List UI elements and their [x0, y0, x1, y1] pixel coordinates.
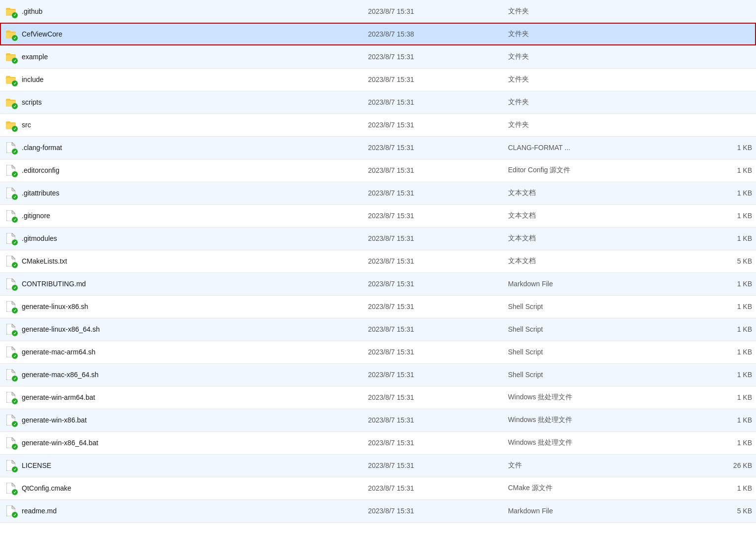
table-row[interactable]: ✓ CefViewCore 2023/8/7 15:38 文件夹: [0, 23, 756, 45]
file-size-cell: [686, 114, 756, 136]
file-type-cell: 文本文档: [504, 182, 686, 204]
file-type-cell: Shell Script: [504, 295, 686, 318]
file-icon: ✓: [4, 163, 18, 177]
file-icon: ✓: [4, 459, 18, 472]
file-type-cell: Windows 批处理文件: [504, 386, 686, 409]
file-size-cell: 1 KB: [686, 386, 756, 409]
table-row[interactable]: ✓ CMakeLists.txt 2023/8/7 15:31 文本文档 5 K…: [0, 250, 756, 272]
file-type-cell: 文件夹: [504, 23, 686, 45]
badge-green: ✓: [12, 285, 18, 291]
file-size-cell: 1 KB: [686, 295, 756, 318]
table-row[interactable]: ✓ .editorconfig 2023/8/7 15:31 Editor Co…: [0, 159, 756, 182]
file-date-cell: 2023/8/7 15:31: [364, 272, 504, 295]
file-icon: ✓: [4, 141, 18, 154]
file-name-text: generate-win-x86_64.bat: [22, 439, 98, 447]
table-row[interactable]: ✓ .gitmodules 2023/8/7 15:31 文本文档 1 KB: [0, 227, 756, 250]
file-size-cell: 1 KB: [686, 431, 756, 454]
file-name-cell: ✓ src: [0, 114, 364, 136]
file-type-cell: 文件夹: [504, 45, 686, 68]
table-row[interactable]: ✓ generate-win-x86_64.bat 2023/8/7 15:31…: [0, 431, 756, 454]
table-row[interactable]: ✓ include 2023/8/7 15:31 文件夹: [0, 68, 756, 91]
file-name-cell: ✓ generate-linux-x86_64.sh: [0, 318, 364, 341]
file-name-cell: ✓ generate-win-arm64.bat: [0, 386, 364, 409]
table-row[interactable]: ✓ scripts 2023/8/7 15:31 文件夹: [0, 91, 756, 114]
table-row[interactable]: ✓ generate-win-arm64.bat 2023/8/7 15:31 …: [0, 386, 756, 409]
table-row[interactable]: ✓ generate-linux-x86.sh 2023/8/7 15:31 S…: [0, 295, 756, 318]
table-row[interactable]: ✓ generate-linux-x86_64.sh 2023/8/7 15:3…: [0, 318, 756, 341]
file-icon: ✓: [4, 345, 18, 359]
file-size-cell: [686, 91, 756, 114]
file-size-cell: 1 KB: [686, 272, 756, 295]
table-row[interactable]: ✓ .github 2023/8/7 15:31 文件夹: [0, 0, 756, 23]
file-size-cell: 1 KB: [686, 409, 756, 431]
badge-green: ✓: [12, 308, 18, 313]
table-row[interactable]: ✓ .gitattributes 2023/8/7 15:31 文本文档 1 K…: [0, 182, 756, 204]
file-name-cell: ✓ .gitattributes: [0, 182, 364, 204]
file-name-cell: ✓ .gitmodules: [0, 227, 364, 250]
file-type-cell: 文件夹: [504, 114, 686, 136]
table-row[interactable]: ✓ LICENSE 2023/8/7 15:31 文件 26 KB: [0, 454, 756, 477]
file-name-text: .gitmodules: [22, 234, 57, 242]
folder-icon: ✓: [4, 4, 18, 18]
table-row[interactable]: ✓ QtConfig.cmake 2023/8/7 15:31 CMake 源文…: [0, 477, 756, 500]
file-size-cell: 1 KB: [686, 227, 756, 250]
table-row[interactable]: ✓ readme.md 2023/8/7 15:31 Markdown File…: [0, 500, 756, 522]
badge-green: ✓: [12, 376, 18, 382]
file-date-cell: 2023/8/7 15:31: [364, 363, 504, 386]
file-name-cell: ✓ generate-mac-arm64.sh: [0, 341, 364, 363]
folder-icon: ✓: [4, 95, 18, 109]
file-icon: ✓: [4, 436, 18, 450]
file-date-cell: 2023/8/7 15:31: [364, 500, 504, 522]
file-name-text: .gitattributes: [22, 189, 59, 197]
file-name-cell: ✓ CONTRIBUTING.md: [0, 272, 364, 295]
file-size-cell: 1 KB: [686, 204, 756, 227]
file-size-cell: [686, 68, 756, 91]
badge-green: ✓: [12, 421, 18, 427]
table-row[interactable]: ✓ .gitignore 2023/8/7 15:31 文本文档 1 KB: [0, 204, 756, 227]
file-size-cell: 1 KB: [686, 477, 756, 500]
file-type-cell: 文本文档: [504, 227, 686, 250]
table-row[interactable]: ✓ .clang-format 2023/8/7 15:31 CLANG-FOR…: [0, 136, 756, 159]
table-row[interactable]: ✓ generate-win-x86.bat 2023/8/7 15:31 Wi…: [0, 409, 756, 431]
file-icon: ✓: [4, 322, 18, 336]
folder-icon: ✓: [4, 73, 18, 86]
table-row[interactable]: ✓ example 2023/8/7 15:31 文件夹: [0, 45, 756, 68]
file-name-text: generate-mac-arm64.sh: [22, 348, 95, 356]
file-type-cell: 文本文档: [504, 250, 686, 272]
file-name-text: src: [22, 121, 31, 129]
file-type-cell: 文本文档: [504, 204, 686, 227]
file-type-cell: Editor Config 源文件: [504, 159, 686, 182]
file-name-text: CONTRIBUTING.md: [22, 280, 86, 288]
file-name-cell: ✓ QtConfig.cmake: [0, 477, 364, 500]
file-type-cell: Markdown File: [504, 272, 686, 295]
table-row[interactable]: ✓ generate-mac-x86_64.sh 2023/8/7 15:31 …: [0, 363, 756, 386]
file-name-cell: ✓ generate-win-x86.bat: [0, 409, 364, 431]
file-name-text: generate-win-arm64.bat: [22, 393, 95, 401]
file-icon: ✓: [4, 390, 18, 404]
file-type-cell: Shell Script: [504, 318, 686, 341]
file-name-text: .github: [22, 7, 42, 15]
file-name-text: LICENSE: [22, 462, 51, 469]
badge-green: ✓: [12, 466, 18, 472]
badge-green: ✓: [12, 12, 18, 18]
badge-green: ✓: [12, 194, 18, 200]
table-row[interactable]: ✓ src 2023/8/7 15:31 文件夹: [0, 114, 756, 136]
file-name-cell: ✓ generate-mac-x86_64.sh: [0, 363, 364, 386]
file-size-cell: 1 KB: [686, 363, 756, 386]
table-row[interactable]: ✓ generate-mac-arm64.sh 2023/8/7 15:31 S…: [0, 341, 756, 363]
table-row[interactable]: ✓ CONTRIBUTING.md 2023/8/7 15:31 Markdow…: [0, 272, 756, 295]
file-date-cell: 2023/8/7 15:31: [364, 431, 504, 454]
file-date-cell: 2023/8/7 15:31: [364, 295, 504, 318]
badge-green: ✓: [12, 489, 18, 495]
file-size-cell: 1 KB: [686, 182, 756, 204]
file-size-cell: 1 KB: [686, 159, 756, 182]
file-icon: ✓: [4, 300, 18, 313]
folder-icon: ✓: [4, 118, 18, 132]
file-icon: ✓: [4, 231, 18, 245]
badge-green: ✓: [12, 80, 18, 86]
badge-green: ✓: [12, 444, 18, 450]
file-date-cell: 2023/8/7 15:31: [364, 182, 504, 204]
file-date-cell: 2023/8/7 15:31: [364, 114, 504, 136]
file-name-cell: ✓ example: [0, 45, 364, 68]
file-name-text: CefViewCore: [22, 30, 62, 38]
